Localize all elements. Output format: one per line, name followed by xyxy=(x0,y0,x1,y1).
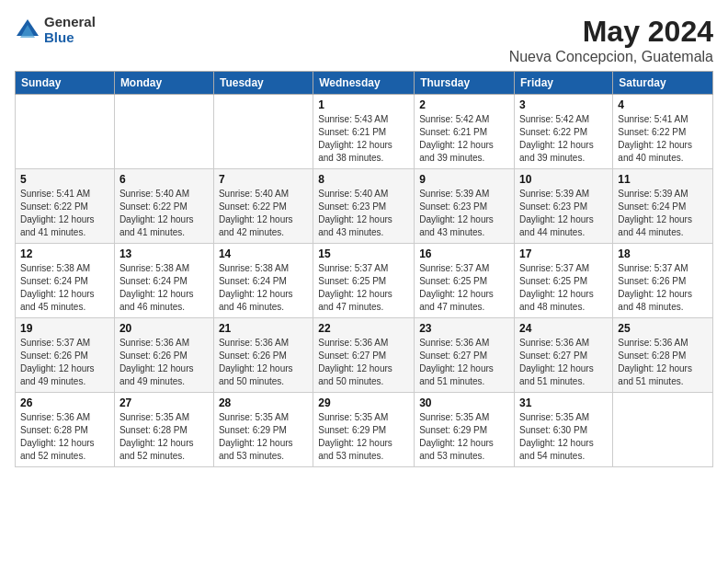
day-number: 27 xyxy=(119,396,209,409)
day-info: Sunrise: 5:36 AM Sunset: 6:27 PM Dayligh… xyxy=(419,337,509,388)
day-info: Sunrise: 5:40 AM Sunset: 6:22 PM Dayligh… xyxy=(119,188,209,239)
calendar-cell: 8Sunrise: 5:40 AM Sunset: 6:23 PM Daylig… xyxy=(313,169,415,244)
day-info: Sunrise: 5:36 AM Sunset: 6:28 PM Dayligh… xyxy=(618,337,708,388)
day-info: Sunrise: 5:35 AM Sunset: 6:28 PM Dayligh… xyxy=(119,411,209,463)
day-header-friday: Friday xyxy=(515,72,613,95)
calendar-week-3: 12Sunrise: 5:38 AM Sunset: 6:24 PM Dayli… xyxy=(16,244,713,318)
calendar-week-1: 1Sunrise: 5:43 AM Sunset: 6:21 PM Daylig… xyxy=(16,95,713,169)
days-header-row: SundayMondayTuesdayWednesdayThursdayFrid… xyxy=(16,72,713,95)
calendar-cell: 13Sunrise: 5:38 AM Sunset: 6:24 PM Dayli… xyxy=(114,244,213,318)
calendar-week-4: 19Sunrise: 5:37 AM Sunset: 6:26 PM Dayli… xyxy=(16,318,713,393)
day-number: 29 xyxy=(318,396,409,409)
calendar-cell: 19Sunrise: 5:37 AM Sunset: 6:26 PM Dayli… xyxy=(16,318,115,393)
logo-blue-text: Blue xyxy=(44,30,96,46)
day-info: Sunrise: 5:36 AM Sunset: 6:26 PM Dayligh… xyxy=(119,337,209,388)
day-info: Sunrise: 5:41 AM Sunset: 6:22 PM Dayligh… xyxy=(618,113,708,165)
logo-icon xyxy=(15,17,40,43)
calendar-cell: 18Sunrise: 5:37 AM Sunset: 6:26 PM Dayli… xyxy=(613,244,713,318)
calendar-cell: 3Sunrise: 5:42 AM Sunset: 6:22 PM Daylig… xyxy=(515,95,613,169)
day-header-tuesday: Tuesday xyxy=(213,72,313,95)
calendar-cell: 15Sunrise: 5:37 AM Sunset: 6:25 PM Dayli… xyxy=(313,244,415,318)
day-number: 14 xyxy=(219,247,308,260)
calendar-cell: 25Sunrise: 5:36 AM Sunset: 6:28 PM Dayli… xyxy=(613,318,713,393)
day-number: 5 xyxy=(20,173,109,186)
day-number: 18 xyxy=(618,247,708,260)
day-number: 30 xyxy=(419,396,509,409)
calendar-cell: 27Sunrise: 5:35 AM Sunset: 6:28 PM Dayli… xyxy=(114,393,213,467)
day-info: Sunrise: 5:36 AM Sunset: 6:27 PM Dayligh… xyxy=(318,337,409,388)
calendar-cell: 20Sunrise: 5:36 AM Sunset: 6:26 PM Dayli… xyxy=(114,318,213,393)
calendar-cell: 30Sunrise: 5:35 AM Sunset: 6:29 PM Dayli… xyxy=(415,393,515,467)
calendar-cell: 12Sunrise: 5:38 AM Sunset: 6:24 PM Dayli… xyxy=(16,244,115,318)
calendar-body: 1Sunrise: 5:43 AM Sunset: 6:21 PM Daylig… xyxy=(16,95,713,467)
calendar-week-5: 26Sunrise: 5:36 AM Sunset: 6:28 PM Dayli… xyxy=(16,393,713,467)
day-number: 15 xyxy=(318,247,409,260)
day-info: Sunrise: 5:36 AM Sunset: 6:28 PM Dayligh… xyxy=(20,411,109,463)
calendar-cell: 14Sunrise: 5:38 AM Sunset: 6:24 PM Dayli… xyxy=(213,244,313,318)
day-info: Sunrise: 5:42 AM Sunset: 6:21 PM Dayligh… xyxy=(419,113,509,165)
calendar-cell: 21Sunrise: 5:36 AM Sunset: 6:26 PM Dayli… xyxy=(213,318,313,393)
day-number: 8 xyxy=(318,173,409,186)
day-info: Sunrise: 5:35 AM Sunset: 6:30 PM Dayligh… xyxy=(519,411,608,463)
day-info: Sunrise: 5:39 AM Sunset: 6:24 PM Dayligh… xyxy=(618,188,708,239)
day-header-saturday: Saturday xyxy=(613,72,713,95)
calendar-cell: 28Sunrise: 5:35 AM Sunset: 6:29 PM Dayli… xyxy=(213,393,313,467)
logo: General Blue xyxy=(15,15,96,45)
calendar-cell xyxy=(213,95,313,169)
day-header-wednesday: Wednesday xyxy=(313,72,415,95)
calendar-cell: 26Sunrise: 5:36 AM Sunset: 6:28 PM Dayli… xyxy=(16,393,115,467)
day-header-sunday: Sunday xyxy=(16,72,115,95)
day-info: Sunrise: 5:35 AM Sunset: 6:29 PM Dayligh… xyxy=(419,411,509,463)
day-number: 13 xyxy=(119,247,209,260)
day-info: Sunrise: 5:38 AM Sunset: 6:24 PM Dayligh… xyxy=(219,262,308,314)
day-info: Sunrise: 5:37 AM Sunset: 6:25 PM Dayligh… xyxy=(419,262,509,314)
day-number: 21 xyxy=(219,322,308,335)
calendar-cell: 10Sunrise: 5:39 AM Sunset: 6:23 PM Dayli… xyxy=(515,169,613,244)
day-info: Sunrise: 5:37 AM Sunset: 6:26 PM Dayligh… xyxy=(618,262,708,314)
day-info: Sunrise: 5:41 AM Sunset: 6:22 PM Dayligh… xyxy=(20,188,109,239)
calendar-cell: 6Sunrise: 5:40 AM Sunset: 6:22 PM Daylig… xyxy=(114,169,213,244)
day-number: 10 xyxy=(519,173,608,186)
calendar-header: SundayMondayTuesdayWednesdayThursdayFrid… xyxy=(16,72,713,95)
day-number: 26 xyxy=(20,396,109,409)
calendar-cell: 5Sunrise: 5:41 AM Sunset: 6:22 PM Daylig… xyxy=(16,169,115,244)
logo-general-text: General xyxy=(44,15,96,30)
calendar-cell: 22Sunrise: 5:36 AM Sunset: 6:27 PM Dayli… xyxy=(313,318,415,393)
day-info: Sunrise: 5:40 AM Sunset: 6:23 PM Dayligh… xyxy=(318,188,409,239)
month-year-title: May 2024 xyxy=(509,15,713,49)
day-info: Sunrise: 5:39 AM Sunset: 6:23 PM Dayligh… xyxy=(519,188,608,239)
day-number: 24 xyxy=(519,322,608,335)
page-header: General Blue May 2024 Nueva Concepcion, … xyxy=(15,15,713,65)
day-number: 9 xyxy=(419,173,509,186)
calendar-cell xyxy=(114,95,213,169)
day-number: 4 xyxy=(618,98,708,111)
day-info: Sunrise: 5:35 AM Sunset: 6:29 PM Dayligh… xyxy=(219,411,308,463)
day-info: Sunrise: 5:37 AM Sunset: 6:25 PM Dayligh… xyxy=(519,262,608,314)
day-info: Sunrise: 5:35 AM Sunset: 6:29 PM Dayligh… xyxy=(318,411,409,463)
calendar-cell: 24Sunrise: 5:36 AM Sunset: 6:27 PM Dayli… xyxy=(515,318,613,393)
calendar-cell: 11Sunrise: 5:39 AM Sunset: 6:24 PM Dayli… xyxy=(613,169,713,244)
day-number: 31 xyxy=(519,396,608,409)
day-header-thursday: Thursday xyxy=(415,72,515,95)
location-subtitle: Nueva Concepcion, Guatemala xyxy=(509,49,713,65)
calendar-cell xyxy=(16,95,115,169)
day-header-monday: Monday xyxy=(114,72,213,95)
day-number: 23 xyxy=(419,322,509,335)
day-number: 25 xyxy=(618,322,708,335)
title-block: May 2024 Nueva Concepcion, Guatemala xyxy=(509,15,713,65)
calendar-table: SundayMondayTuesdayWednesdayThursdayFrid… xyxy=(15,71,713,467)
calendar-cell: 29Sunrise: 5:35 AM Sunset: 6:29 PM Dayli… xyxy=(313,393,415,467)
day-number: 19 xyxy=(20,322,109,335)
day-number: 11 xyxy=(618,173,708,186)
calendar-cell xyxy=(613,393,713,467)
calendar-cell: 2Sunrise: 5:42 AM Sunset: 6:21 PM Daylig… xyxy=(415,95,515,169)
calendar-week-2: 5Sunrise: 5:41 AM Sunset: 6:22 PM Daylig… xyxy=(16,169,713,244)
day-number: 22 xyxy=(318,322,409,335)
day-info: Sunrise: 5:39 AM Sunset: 6:23 PM Dayligh… xyxy=(419,188,509,239)
day-info: Sunrise: 5:38 AM Sunset: 6:24 PM Dayligh… xyxy=(119,262,209,314)
day-info: Sunrise: 5:36 AM Sunset: 6:27 PM Dayligh… xyxy=(519,337,608,388)
day-number: 20 xyxy=(119,322,209,335)
day-number: 6 xyxy=(119,173,209,186)
day-number: 28 xyxy=(219,396,308,409)
day-number: 16 xyxy=(419,247,509,260)
